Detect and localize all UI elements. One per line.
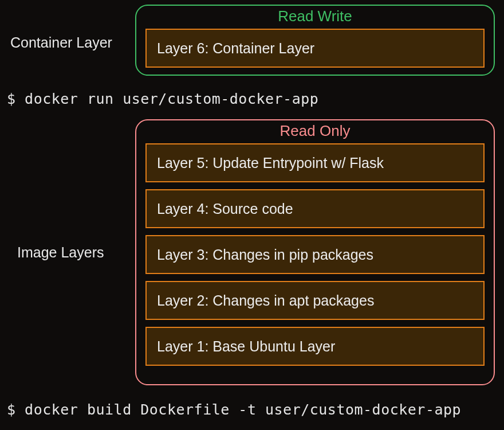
read-write-group: Read Write Layer 6: Container Layer xyxy=(135,5,495,76)
image-layer-stack: Layer 5: Update Entrypoint w/ Flask Laye… xyxy=(145,143,485,366)
layer-2-apt: Layer 2: Changes in apt packages xyxy=(145,281,485,320)
layer-4-source: Layer 4: Source code xyxy=(145,189,485,228)
image-layers-label: Image Layers xyxy=(17,244,104,261)
layer-3-pip: Layer 3: Changes in pip packages xyxy=(145,235,485,274)
layer-6-container: Layer 6: Container Layer xyxy=(145,29,485,68)
read-write-title: Read Write xyxy=(136,7,494,25)
container-layer-label: Container Layer xyxy=(10,34,112,51)
read-only-group: Read Only Layer 5: Update Entrypoint w/ … xyxy=(135,119,495,385)
container-layer-stack: Layer 6: Container Layer xyxy=(145,29,485,68)
read-only-title: Read Only xyxy=(136,122,494,140)
docker-build-command: $ docker build Dockerfile -t user/custom… xyxy=(7,401,461,418)
layer-1-base: Layer 1: Base Ubuntu Layer xyxy=(145,327,485,366)
layer-5-entrypoint: Layer 5: Update Entrypoint w/ Flask xyxy=(145,143,485,182)
docker-run-command: $ docker run user/custom-docker-app xyxy=(7,91,318,107)
